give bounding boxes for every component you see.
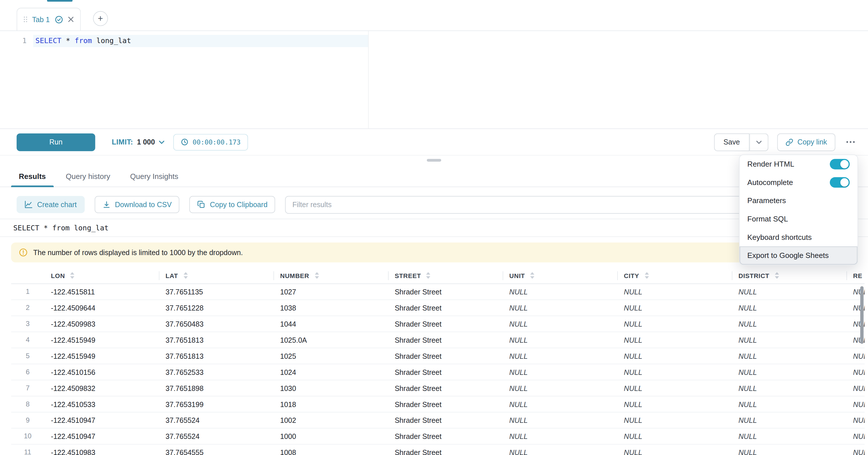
table-cell: Shrader Street bbox=[388, 416, 503, 424]
table-cell: 37.7651135 bbox=[159, 287, 273, 296]
sql-keyword: from bbox=[75, 36, 92, 45]
limit-dropdown[interactable]: LIMIT: 1 000 bbox=[112, 138, 164, 146]
menu-item-export-to-google-sheets[interactable]: Export to Google Sheets bbox=[740, 246, 858, 265]
column-header-street[interactable]: STREET bbox=[388, 267, 503, 283]
menu-item-parameters[interactable]: Parameters bbox=[740, 191, 858, 210]
query-toolbar: Run LIMIT: 1 000 00:00:00.173 Save bbox=[0, 129, 868, 156]
save-button[interactable]: Save bbox=[714, 133, 749, 151]
column-label: STREET bbox=[395, 272, 421, 279]
column-header-district[interactable]: DISTRICT bbox=[732, 267, 846, 283]
table-cell: 1025 bbox=[273, 352, 388, 360]
menu-item-autocomplete[interactable]: Autocomplete bbox=[740, 173, 858, 191]
column-header-lat[interactable]: LAT bbox=[159, 267, 273, 283]
table-cell: NULL bbox=[617, 384, 732, 392]
table-cell: -122.4510983 bbox=[44, 448, 159, 455]
table-cell: NULL bbox=[503, 287, 617, 296]
copy-link-button[interactable]: Copy link bbox=[777, 133, 835, 151]
table-cell: NULL bbox=[503, 432, 617, 441]
query-tab[interactable]: Tab 1 bbox=[17, 8, 81, 30]
table-cell: -122.4515811 bbox=[44, 287, 159, 296]
row-limit-warning-banner: The number of rows displayed is limited … bbox=[11, 242, 857, 262]
menu-item-format-sql[interactable]: Format SQL bbox=[740, 210, 858, 228]
table-cell: 1024 bbox=[273, 368, 388, 376]
editor-ruler bbox=[368, 31, 369, 128]
column-header-city[interactable]: CITY bbox=[617, 267, 732, 283]
table-cell: 1000 bbox=[273, 432, 388, 441]
table-row[interactable]: 5-122.451594937.76518131025Shrader Stree… bbox=[11, 348, 865, 364]
results-table: LONLATNUMBERSTREETUNITCITYDISTRICTRE 1-1… bbox=[11, 267, 865, 455]
download-csv-label: Download to CSV bbox=[115, 201, 172, 209]
table-cell: NULL bbox=[617, 336, 732, 344]
table-cell: Shrader Street bbox=[388, 400, 503, 408]
table-row[interactable]: 9-122.451094737.7655241002Shrader Street… bbox=[11, 413, 865, 429]
menu-item-keyboard-shortcuts[interactable]: Keyboard shortcuts bbox=[740, 228, 858, 246]
table-cell: Shrader Street bbox=[388, 336, 503, 344]
splitter-drag-handle[interactable] bbox=[427, 159, 441, 162]
table-cell: Shrader Street bbox=[388, 352, 503, 360]
table-cell: NULL bbox=[732, 287, 846, 296]
table-row[interactable]: 2-122.450964437.76512281038Shrader Stree… bbox=[11, 300, 865, 316]
table-row[interactable]: 3-122.450998337.76504831044Shrader Stree… bbox=[11, 316, 865, 332]
table-body: 1-122.451581137.76511351027Shrader Stree… bbox=[11, 284, 865, 455]
close-tab-icon[interactable] bbox=[68, 17, 73, 22]
table-cell: NULL bbox=[503, 352, 617, 360]
table-row[interactable]: 6-122.451015637.76525331024Shrader Stree… bbox=[11, 364, 865, 380]
column-header-number[interactable]: NUMBER bbox=[273, 267, 388, 283]
table-cell: 37.7651813 bbox=[159, 352, 273, 360]
column-header-unit[interactable]: UNIT bbox=[503, 267, 617, 283]
tab-query-history[interactable]: Query history bbox=[58, 165, 118, 186]
more-options-button[interactable] bbox=[844, 138, 857, 146]
row-number: 4 bbox=[11, 336, 44, 344]
create-chart-button[interactable]: Create chart bbox=[17, 196, 85, 213]
table-cell: NULL bbox=[503, 336, 617, 344]
sort-icon bbox=[314, 272, 319, 279]
toggle-switch-on[interactable] bbox=[830, 177, 849, 188]
table-cell: -122.4510947 bbox=[44, 416, 159, 424]
table-row[interactable]: 10-122.451094737.7655241000Shrader Stree… bbox=[11, 429, 865, 445]
clock-icon bbox=[180, 138, 189, 146]
table-row[interactable]: 1-122.451581137.76511351027Shrader Stree… bbox=[11, 284, 865, 300]
table-cell: 37.7651898 bbox=[159, 384, 273, 392]
warning-icon bbox=[19, 248, 28, 257]
table-cell: Shrader Street bbox=[388, 320, 503, 328]
execution-timer: 00:00:00.173 bbox=[173, 133, 248, 150]
table-cell: 1044 bbox=[273, 320, 388, 328]
table-cell: -122.4509832 bbox=[44, 384, 159, 392]
drag-grip-icon[interactable] bbox=[24, 17, 27, 22]
link-icon bbox=[785, 138, 793, 146]
table-cell: NULL bbox=[846, 432, 865, 441]
editor-tab-bar: Tab 1 + bbox=[0, 0, 868, 31]
table-cell: NULL bbox=[846, 448, 865, 455]
add-tab-button[interactable]: + bbox=[93, 11, 108, 26]
table-cell: NULL bbox=[617, 368, 732, 376]
toggle-switch-on[interactable] bbox=[830, 159, 849, 170]
table-row[interactable]: 4-122.451594937.76518131025.0AShrader St… bbox=[11, 332, 865, 348]
menu-item-label: Autocomplete bbox=[747, 178, 793, 187]
code-line: SELECT * from long_lat bbox=[35, 36, 131, 45]
table-row[interactable]: 11-122.451098337.76545551008Shrader Stre… bbox=[11, 445, 865, 455]
table-cell: NULL bbox=[503, 320, 617, 328]
save-dropdown-button[interactable] bbox=[749, 133, 768, 151]
table-cell: NULL bbox=[732, 400, 846, 408]
table-cell: NULL bbox=[617, 448, 732, 455]
copy-clipboard-button[interactable]: Copy to Clipboard bbox=[189, 196, 275, 213]
table-cell: NULL bbox=[732, 432, 846, 441]
tab-results[interactable]: Results bbox=[11, 165, 54, 186]
table-cell: Shrader Street bbox=[388, 287, 503, 296]
menu-item-render-html[interactable]: Render HTML bbox=[740, 155, 858, 174]
table-row[interactable]: 8-122.451053337.76531991018Shrader Stree… bbox=[11, 396, 865, 413]
results-tab-bar: Results Query history Query Insights bbox=[0, 165, 868, 187]
row-number: 11 bbox=[11, 448, 44, 455]
table-row[interactable]: 7-122.450983237.76518981030Shrader Stree… bbox=[11, 380, 865, 396]
run-button[interactable]: Run bbox=[17, 133, 95, 151]
column-header-lon[interactable]: LON bbox=[44, 267, 159, 283]
download-csv-button[interactable]: Download to CSV bbox=[94, 196, 180, 213]
sql-code-editor[interactable]: 1 SELECT * from long_lat bbox=[0, 31, 868, 129]
download-icon bbox=[102, 201, 111, 209]
column-header-re[interactable]: RE bbox=[846, 267, 865, 283]
sort-icon bbox=[530, 272, 535, 279]
tab-query-insights[interactable]: Query Insights bbox=[122, 165, 186, 186]
table-scrollbar[interactable] bbox=[860, 286, 864, 343]
table-cell: NULL bbox=[732, 384, 846, 392]
column-label: LAT bbox=[165, 272, 178, 279]
